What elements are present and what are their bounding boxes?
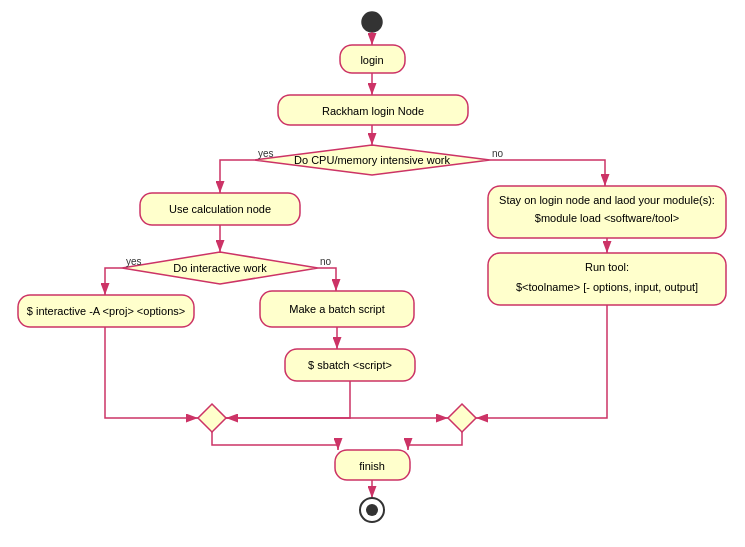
arrow-cpu-no-stay <box>490 160 605 186</box>
stay-label1: Stay on login node and laod your module(… <box>499 194 715 206</box>
batch-script-label: Make a batch script <box>289 303 384 315</box>
stay-label2: $module load <software/tool> <box>535 212 679 224</box>
calc-label: Use calculation node <box>169 203 271 215</box>
no-interactive-label: no <box>320 256 332 267</box>
decision-cpu-label: Do CPU/memory intensive work <box>294 154 450 166</box>
arrow-run-merge2 <box>476 305 607 418</box>
merge-diamond-1 <box>198 404 226 432</box>
arrow-merge1-finish <box>212 432 338 450</box>
end-circle-inner <box>366 504 378 516</box>
interactive-cmd-label: $ interactive -A <proj> <options> <box>27 305 185 317</box>
arrow-cmd-merge1 <box>105 327 198 418</box>
arrow-sbatch-merge1 <box>226 381 350 418</box>
merge-diamond-2 <box>448 404 476 432</box>
start-node <box>362 12 382 32</box>
yes-cpu-label: yes <box>258 148 274 159</box>
yes-interactive-label: yes <box>126 256 142 267</box>
arrow-cpu-yes-calc <box>220 160 254 193</box>
arrow-interactive-no-batch <box>318 268 336 291</box>
rackham-label: Rackham login Node <box>322 105 424 117</box>
arrow-interactive-yes-cmd <box>105 268 122 295</box>
run-tool-label2: $<toolname> [- options, input, output] <box>516 281 698 293</box>
decision-interactive-label: Do interactive work <box>173 262 267 274</box>
arrow-merge2-finish <box>408 432 462 450</box>
login-label: login <box>360 54 383 66</box>
no-cpu-label: no <box>492 148 504 159</box>
sbatch-label: $ sbatch <script> <box>308 359 392 371</box>
finish-label: finish <box>359 460 385 472</box>
run-tool-label1: Run tool: <box>585 261 629 273</box>
